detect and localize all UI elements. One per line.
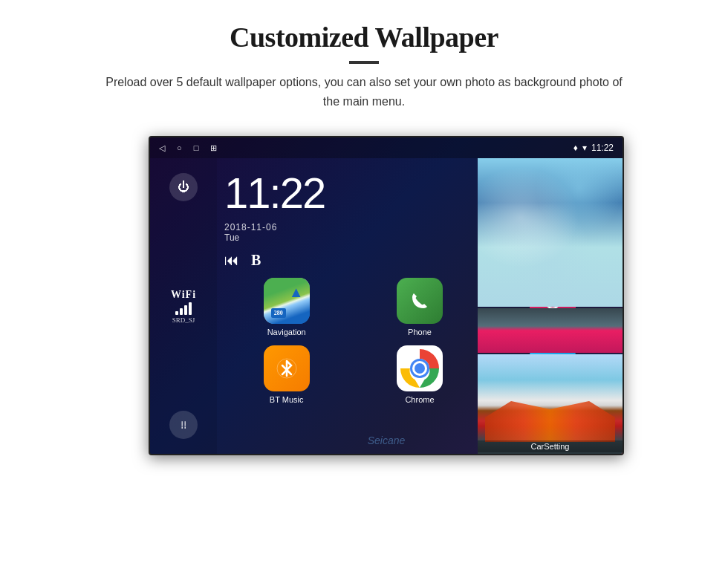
title-divider <box>349 61 379 64</box>
clock-day: Tue <box>224 232 325 243</box>
power-button[interactable]: ⏻ <box>169 173 198 201</box>
wifi-ssid: SRD_SJ <box>172 316 195 324</box>
left-sidebar: ⏻ WiFi SRD_SJ ⁞⁞ <box>150 158 217 454</box>
wallpaper-mid[interactable] <box>478 308 623 353</box>
page-subtitle: Preload over 5 default wallpaper options… <box>97 73 631 111</box>
wifi-label: WiFi <box>171 289 196 301</box>
phone-app-icon[interactable] <box>397 278 443 324</box>
nav-app-inner: 280 ▲ <box>264 278 310 324</box>
main-content: ⏻ WiFi SRD_SJ ⁞⁞ <box>150 158 623 454</box>
wifi-bar-2 <box>180 308 183 315</box>
app-item-navigation[interactable]: 280 ▲ Navigation <box>224 278 348 336</box>
bluetooth-icon <box>273 355 300 382</box>
app-item-phone[interactable]: Phone <box>357 278 481 336</box>
ice-wallpaper <box>478 158 623 307</box>
status-bar: ◁ ○ □ ⊞ ♦ ▾ 11:22 <box>150 137 623 158</box>
wifi-bars <box>175 302 192 315</box>
svg-point-10 <box>415 363 425 374</box>
nav-arrow-icon: ▲ <box>289 284 304 301</box>
page-header: Customized Wallpaper Preload over 5 defa… <box>0 0 728 121</box>
screenshot-icon[interactable]: ⊞ <box>210 143 217 153</box>
wifi-widget: WiFi SRD_SJ <box>171 289 196 324</box>
wifi-bar-3 <box>184 305 187 315</box>
phone-icon <box>406 287 433 314</box>
bt-app-icon[interactable] <box>264 345 310 391</box>
wifi-bar-1 <box>175 311 178 315</box>
status-time: 11:22 <box>591 143 614 153</box>
nav-icons: ◁ ○ □ ⊞ <box>159 143 217 153</box>
wallpaper-panel: CarSetting <box>478 158 623 455</box>
status-right: ♦ ▾ 11:22 <box>573 143 614 153</box>
app-item-bt-music[interactable]: BT Music <box>224 345 348 404</box>
wallpaper-top[interactable] <box>478 158 623 307</box>
bridge-overlay <box>485 401 615 442</box>
clock-time: 11:22 <box>224 172 325 215</box>
bt-music-app-label: BT Music <box>270 395 304 404</box>
wifi-status-icon: ▾ <box>582 143 587 153</box>
android-screen: ◁ ○ □ ⊞ ♦ ▾ 11:22 ⏻ WiFi <box>149 136 624 455</box>
screen-wrapper: ◁ ○ □ ⊞ ♦ ▾ 11:22 ⏻ WiFi <box>149 136 728 455</box>
mid-wallpaper-content <box>478 308 623 353</box>
watermark: Seicane <box>368 435 406 446</box>
phone-app-label: Phone <box>408 328 432 336</box>
prev-track-icon[interactable]: ⏮ <box>224 252 239 269</box>
location-icon: ♦ <box>573 143 578 153</box>
home-icon[interactable]: ○ <box>177 143 182 152</box>
recents-icon[interactable]: □ <box>194 143 199 152</box>
nav-shield: 280 <box>271 308 286 318</box>
navigation-app-label: Navigation <box>267 328 306 336</box>
back-icon[interactable]: ◁ <box>159 143 165 153</box>
page-title: Customized Wallpaper <box>59 21 669 53</box>
chrome-icon <box>400 348 440 388</box>
apps-button[interactable]: ⁞⁞ <box>169 411 198 439</box>
chrome-app-icon[interactable] <box>397 345 443 391</box>
carsetting-label[interactable]: CarSetting <box>478 440 623 452</box>
wifi-bar-4 <box>189 302 192 315</box>
clock-date-area: 2018-11-06 Tue <box>224 222 325 243</box>
navigation-app-icon[interactable]: 280 ▲ <box>264 278 310 324</box>
app-item-chrome[interactable]: Chrome <box>357 345 481 404</box>
clock-date: 2018-11-06 <box>224 222 325 232</box>
next-letter-label: B <box>251 252 261 269</box>
chrome-app-label: Chrome <box>405 395 434 404</box>
